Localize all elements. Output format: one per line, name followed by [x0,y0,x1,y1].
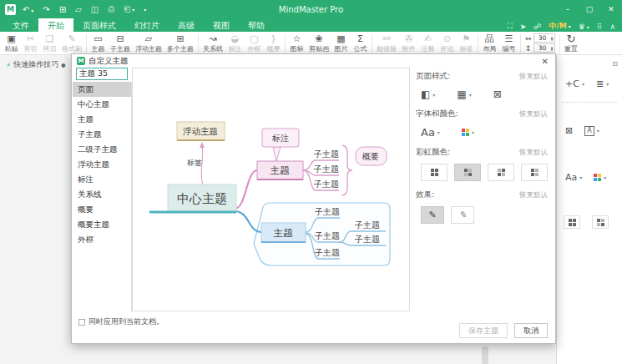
effect-reset-link[interactable]: 恢复默认 [519,190,549,200]
style-target-item-6[interactable]: 标注 [73,172,131,187]
effect-option-2[interactable]: ✎ [451,206,474,224]
rainbow-option-1[interactable] [421,164,448,181]
panel-image-remove-icon[interactable]: ⊠ [565,125,573,136]
ribbon-floating-topic-button[interactable]: ▱浮动主题 [133,33,164,54]
share-icon[interactable]: ☍ [534,23,541,31]
tab-4[interactable]: 高级 [169,18,204,32]
tab-2[interactable]: 页面样式 [73,18,125,32]
reset-icon: ↻ [567,34,576,44]
pin-panel-icon[interactable]: ⊡ [612,60,618,68]
apps-grid-icon[interactable]: ⠿ [597,23,603,31]
ribbon-clipart-button[interactable]: ❀剪贴画 [306,33,331,54]
font-button[interactable]: Aa▾ [421,126,440,139]
ribbon-subtopic-button[interactable]: ⊟子主题 [108,33,133,54]
add-relationship-icon[interactable]: +C▾ [565,78,584,89]
panel-font-icon[interactable]: Aa▾ [565,172,582,183]
format-painter-icon: ✎ [68,34,75,44]
ribbon-topic-button[interactable]: ▭主题 [88,33,108,54]
export-icon[interactable]: ⎗ ▾ [124,4,134,14]
remove-background-button[interactable]: ⊠ [493,88,502,100]
color-theme-button[interactable]: ▾ [462,129,474,136]
style-target-item-5[interactable]: 浮动主题 [73,157,131,172]
panel-rainbow-2-button[interactable] [592,215,609,229]
tab-6[interactable]: 帮助 [239,18,274,32]
titlebar: M ↶ ▾ ↷ ⊞ ▱ ◫ ⎙ ⎗ ▾ ▾ MindMaster Pro – ▢… [0,0,622,18]
style-target-item-7[interactable]: 关系线 [73,187,131,202]
canvas[interactable]: ⚡ 快速操作技巧 ● ⊡ +C▾ ≣▾ ⊠ A▾ Aa▾ ▾ [0,55,622,364]
pen-sketch-icon: ✎ [458,210,466,220]
vertical-spacing-stepper[interactable]: 30 ▲▼ [534,43,555,53]
theme-name-input[interactable] [76,68,128,80]
style-target-item-8[interactable]: 概要 [73,202,131,217]
print-icon[interactable]: ⎙ [108,4,114,14]
tab-3[interactable]: 幻灯片 [125,18,169,32]
tab-5[interactable]: 视图 [204,18,239,32]
numbering-panel-icon[interactable]: ≣▾ [596,78,609,89]
ribbon-copy-label: 拷贝 [43,45,57,53]
maximize-button[interactable]: ▢ [579,0,600,18]
open-icon[interactable]: ▱ [75,5,82,14]
ribbon-reset[interactable]: ↻ 重置 [562,33,581,54]
panel-text-box-icon[interactable]: A▾ [584,126,599,136]
style-target-item-1[interactable]: 中心主题 [73,97,131,112]
ribbon-note-button: ✍注释 [418,33,437,54]
redo-icon[interactable]: ↷ [43,5,49,14]
callout-text: 标注 [271,134,289,143]
ribbon-relationship-button[interactable]: ↝关系线 [200,33,225,54]
tab-0[interactable]: 文件 [3,18,38,32]
style-target-item-4[interactable]: 二级子主题 [73,142,131,157]
ribbon-multi-topic-button[interactable]: ⊞多个主题 [164,33,196,54]
ribbon-paste-button[interactable]: ▣粘贴 [2,33,21,54]
ribbon-picture-button[interactable]: ▦图片 [331,33,351,54]
send-icon[interactable]: ➤ [520,23,527,31]
customize-quickbar-icon[interactable]: ▾ [144,7,146,13]
style-target-item-3[interactable]: 子主题 [73,127,131,142]
ribbon-format-painter-label: 格式刷 [62,45,82,53]
subtopic-text: 子主题 [314,231,340,240]
ribbon-icon-marker-button[interactable]: ☆图标 [287,33,306,54]
relationship-arrow [200,142,205,148]
panel-rainbow-1-button[interactable] [564,215,580,229]
rainbow-reset-link[interactable]: 恢复默认 [519,148,549,158]
note-icon: ✍ [424,34,432,44]
background-image-button[interactable]: ▦▾ [457,88,471,100]
rainbow-option-3[interactable] [488,164,514,181]
style-target-item-0[interactable]: 页面 [73,82,131,97]
horizontal-spacing-stepper[interactable]: 30 ▲▼ [534,33,555,43]
canvas-scrollbar-nub[interactable] [482,346,488,364]
apply-current-doc-checkbox[interactable] [78,319,85,326]
quick-tips-chip[interactable]: ⚡ 快速操作技巧 ● [6,59,66,70]
style-target-item-10[interactable]: 外框 [73,232,131,247]
new-document-icon[interactable]: ⊞ [59,5,66,14]
style-target-item-9[interactable]: 概要主题 [73,217,131,232]
minimize-button[interactable]: – [557,0,579,18]
comment-icon: ⊙ [443,34,451,44]
summary-icon: } [271,34,276,44]
ribbon-format-painter-button: ✎格式刷 [59,33,84,54]
effect-option-1[interactable]: ✎ [421,206,444,224]
rainbow-option-2[interactable] [454,164,481,181]
ribbon-formula-button[interactable]: Σ公式 [351,33,370,54]
tab-1[interactable]: 开始 [38,18,73,32]
ribbon-summary-button: }概要 [264,33,283,54]
ribbon-layout-button[interactable]: 品布局 [480,33,499,54]
page-style-reset-link[interactable]: 恢复默认 [519,72,549,82]
save-theme-button[interactable]: 保存主题 [459,323,508,338]
ribbon-numbering-button[interactable]: ☰编号 [499,33,518,54]
undo-icon[interactable]: ↶ ▾ [23,5,33,14]
collapse-ribbon-icon[interactable]: ∧ [609,23,615,31]
close-button[interactable]: ✕ [600,0,622,18]
icon-marker-icon: ☆ [293,34,301,44]
dialog-close-icon[interactable]: ✕ [540,57,550,66]
scan-icon[interactable]: ⛶ [507,22,512,31]
rainbow-option-4[interactable] [521,164,548,181]
vip-icon[interactable]: ♛ ▾ [579,23,589,31]
font-icon: Aa [421,126,435,139]
style-target-item-2[interactable]: 主题 [73,112,131,127]
save-icon[interactable]: ◫ [91,5,99,14]
panel-palette-icon[interactable]: ▾ [594,174,606,181]
language-toggle[interactable]: 中/M ▾ [549,21,570,32]
font-color-reset-link[interactable]: 恢复默认 [519,109,549,119]
fill-color-button[interactable]: ◧▾ [421,88,435,100]
cancel-button[interactable]: 取消 [514,323,548,338]
